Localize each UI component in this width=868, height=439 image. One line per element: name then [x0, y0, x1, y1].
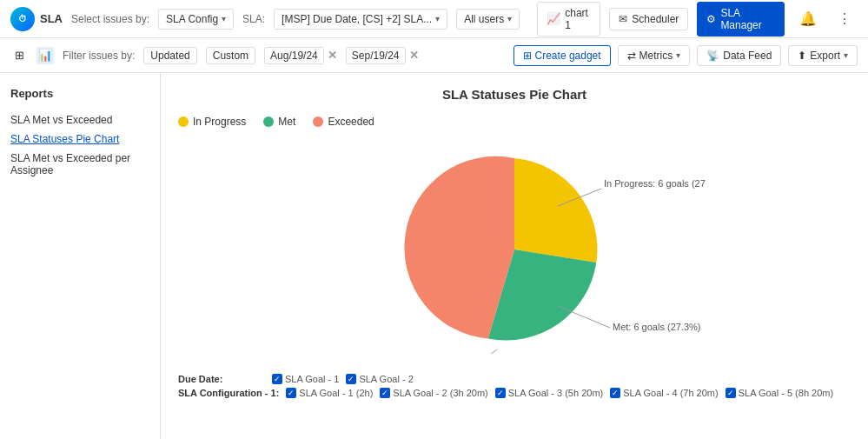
legend-met: Met — [263, 116, 295, 128]
footer-labels: Due Date: ✓ SLA Goal - 1 ✓ SLA Goal - 2 … — [178, 374, 851, 398]
pie-slice-in-progress — [514, 158, 597, 263]
due-date-row: Due Date: ✓ SLA Goal - 1 ✓ SLA Goal - 2 — [178, 374, 851, 384]
email-icon: ✉ — [619, 13, 627, 25]
checkbox-config-goal-2[interactable]: ✓ — [380, 388, 390, 398]
checkbox-config-goal-3[interactable]: ✓ — [495, 388, 506, 398]
pie-chart-svg: In Progress: 6 goals (27.3%) Met: 6 goal… — [323, 145, 706, 354]
legend-in-progress: In Progress — [178, 116, 246, 128]
export-icon: ⬆ — [798, 50, 806, 62]
chevron-down-icon: ▾ — [435, 14, 440, 23]
sla-config-goal-5: ✓ SLA Goal - 5 (8h 20m) — [726, 388, 833, 398]
right-toolbar: ⊞ Create gadget ⇄ Metrics ▾ 📡 Data Feed … — [514, 45, 858, 66]
gear-icon: ⚙ — [706, 13, 716, 25]
logo-icon: ⏱ — [10, 7, 35, 31]
custom-filter-tag[interactable]: Custom — [206, 47, 255, 64]
data-feed-button[interactable]: 📡 Data Feed — [697, 45, 781, 66]
chart-view-icon[interactable]: 📊 — [36, 47, 54, 64]
pie-chart-area: In Progress: 6 goals (27.3%) Met: 6 goal… — [178, 145, 851, 356]
metrics-button[interactable]: ⇄ Metrics ▾ — [618, 45, 691, 66]
due-date-goal-1: ✓ SLA Goal - 1 — [272, 374, 339, 384]
feed-icon: 📡 — [706, 50, 719, 62]
export-button[interactable]: ⬆ Export ▾ — [788, 45, 858, 66]
grid-icon[interactable]: ⊞ — [10, 47, 28, 64]
legend-dot-exceeded — [313, 116, 323, 127]
chart-legend: In Progress Met Exceeded — [178, 116, 851, 128]
due-date-label: Due Date: — [178, 374, 265, 384]
sla-config-goal-4: ✓ SLA Goal - 4 (7h 20m) — [610, 388, 718, 398]
content-area: SLA Statuses Pie Chart In Progress Met E… — [161, 73, 868, 439]
chevron-down-icon: ▾ — [676, 50, 680, 60]
chart-icon: 📈 — [547, 12, 560, 25]
filter-toolbar: ⊞ 📊 Filter issues by: Updated Custom Aug… — [0, 38, 868, 73]
create-gadget-button[interactable]: ⊞ Create gadget — [514, 45, 611, 66]
chart-title: SLA Statuses Pie Chart — [178, 87, 851, 102]
filter-issues-label: Filter issues by: — [63, 50, 135, 62]
sidebar-title: Reports — [10, 87, 149, 100]
scheduler-button[interactable]: ✉ Scheduler — [609, 8, 688, 30]
legend-dot-in-progress — [178, 116, 189, 127]
sla-filter-dropdown[interactable]: [MSP] Due Date, [CS] +2] SLA... ▾ — [274, 9, 447, 30]
sidebar: Reports SLA Met vs Exceeded SLA Statuses… — [0, 73, 161, 439]
main-layout: Reports SLA Met vs Exceeded SLA Statuses… — [0, 73, 868, 439]
checkbox-config-goal-4[interactable]: ✓ — [610, 388, 620, 398]
sla-config-label: SLA Configuration - 1: — [178, 388, 279, 398]
date-from-filter: Aug/19/24 ✕ — [264, 47, 337, 64]
all-users-dropdown[interactable]: All users ▾ — [456, 9, 520, 30]
sla-config-dropdown[interactable]: SLA Config ▾ — [158, 9, 234, 30]
chevron-down-icon: ▾ — [222, 14, 226, 23]
date-from-value[interactable]: Aug/19/24 — [264, 47, 324, 64]
sla-config-goal-2: ✓ SLA Goal - 2 (3h 20m) — [380, 388, 487, 398]
checkbox-config-goal-1[interactable]: ✓ — [286, 388, 296, 398]
sla-label: SLA: — [242, 13, 265, 25]
checkbox-config-goal-5[interactable]: ✓ — [726, 388, 736, 398]
checkbox-goal-1[interactable]: ✓ — [272, 374, 282, 384]
legend-dot-met — [263, 116, 274, 127]
sidebar-item-sla-met-exceeded[interactable]: SLA Met vs Exceeded — [10, 110, 149, 130]
remove-date-from-button[interactable]: ✕ — [328, 49, 337, 62]
date-to-value[interactable]: Sep/19/24 — [346, 47, 406, 64]
more-options-button[interactable]: ⋮ — [832, 6, 858, 31]
sidebar-item-sla-met-per-assignee[interactable]: SLA Met vs Exceeded per Assignee — [10, 149, 149, 180]
chart1-button[interactable]: 📈 chart 1 — [537, 2, 600, 37]
date-to-filter: Sep/19/24 ✕ — [346, 47, 419, 64]
select-issues-label: Select issues by: — [71, 13, 149, 25]
remove-date-to-button[interactable]: ✕ — [409, 49, 419, 62]
legend-exceeded: Exceeded — [313, 116, 374, 128]
bookmark-button[interactable]: 🔔 — [793, 6, 823, 31]
app-title: SLA — [40, 12, 63, 25]
app-logo: ⏱ SLA — [10, 7, 63, 31]
sla-config-goal-1: ✓ SLA Goal - 1 (2h) — [286, 388, 373, 398]
due-date-goal-2: ✓ SLA Goal - 2 — [346, 374, 413, 384]
metrics-icon: ⇄ — [627, 50, 636, 62]
sidebar-item-sla-statuses-pie[interactable]: SLA Statuses Pie Chart — [10, 130, 149, 149]
met-label: Met: 6 goals (27.3%) — [613, 322, 701, 332]
sla-config-row: SLA Configuration - 1: ✓ SLA Goal - 1 (2… — [178, 388, 851, 398]
exceeded-label-line — [474, 349, 497, 354]
top-nav: ⏱ SLA Select issues by: SLA Config ▾ SLA… — [0, 0, 868, 38]
sla-config-goal-3: ✓ SLA Goal - 3 (5h 20m) — [495, 388, 603, 398]
updated-filter-tag[interactable]: Updated — [143, 47, 196, 64]
checkbox-goal-2[interactable]: ✓ — [346, 374, 356, 384]
chevron-down-icon: ▾ — [844, 50, 848, 60]
sla-manager-button[interactable]: ⚙ SLA Manager — [697, 2, 785, 37]
chevron-down-icon: ▾ — [507, 14, 512, 23]
gadget-icon: ⊞ — [523, 50, 532, 62]
in-progress-label: In Progress: 6 goals (27.3%) — [604, 178, 706, 189]
